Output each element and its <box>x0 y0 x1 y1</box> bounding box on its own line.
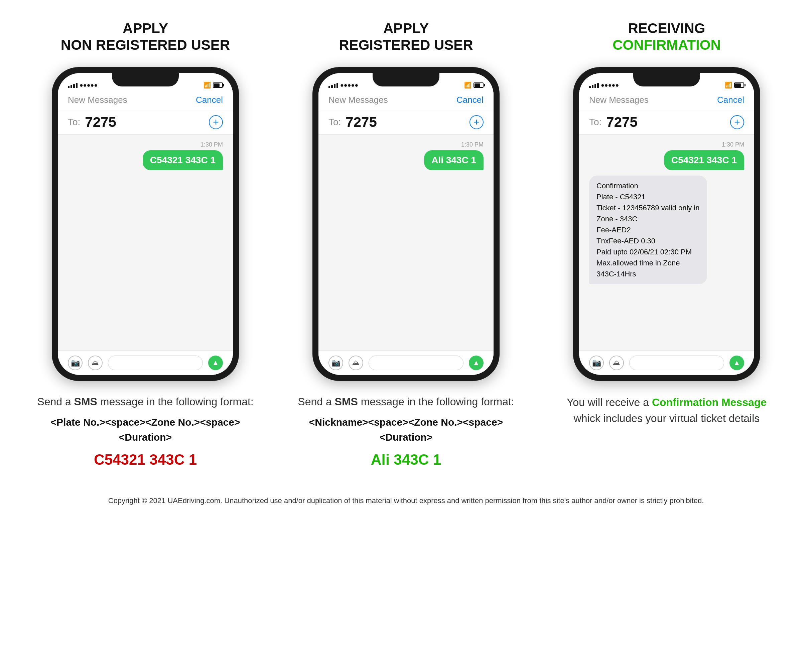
new-messages-label-3: New Messages <box>589 95 649 105</box>
footer-notice: Unauthorized use and/or duplication of t… <box>224 497 704 505</box>
phone-screen-confirmation: ●●●●● 📶 New Messages Cancel To: 7275 <box>579 73 754 375</box>
confirmation-green-label: CONFIRMATION <box>613 37 721 53</box>
below-phone-confirmation: You will receive a Confirmation Message … <box>553 394 780 426</box>
messages-header-3: New Messages Cancel <box>579 92 754 110</box>
statusbar-right-2: 📶 <box>464 81 484 89</box>
title-confirmation: RECEIVINGCONFIRMATION <box>613 20 721 54</box>
message-input[interactable] <box>108 356 203 370</box>
sms-bold-2: SMS <box>335 396 358 408</box>
phone-screen-non-registered: ●●●●● 📶 New Messages Cancel T <box>58 73 233 375</box>
camera-icon[interactable]: 📷 <box>68 356 83 370</box>
carrier-label-2: ●●●●● <box>340 82 358 89</box>
statusbar-left-3: ●●●●● <box>589 82 619 89</box>
camera-icon-3[interactable]: 📷 <box>589 356 604 370</box>
columns-container: APPLYNON REGISTERED USER <box>27 20 785 468</box>
title-non-registered: APPLYNON REGISTERED USER <box>61 20 230 54</box>
phone-notch-2 <box>372 73 440 87</box>
statusbar-right-3: 📶 <box>725 81 744 89</box>
wifi-icon-2: 📶 <box>464 81 472 89</box>
send-button-2[interactable]: ▲ <box>469 356 484 370</box>
format-text-2: <Nickname><space><Zone No.><space><Durat… <box>293 415 519 445</box>
format-text: <Plate No.><space><Zone No.><space><Dura… <box>32 415 259 445</box>
messages-bottom-bar-2: 📷 ⛰ ▲ <box>319 350 493 375</box>
to-label-3: To: <box>589 117 602 128</box>
to-label-2: To: <box>328 117 341 128</box>
messages-bottom-bar: 📷 ⛰ ▲ <box>58 350 233 375</box>
messages-body: 1:30 PM C54321 343C 1 <box>58 134 233 350</box>
new-messages-label-2: New Messages <box>328 95 388 105</box>
camera-icon-2[interactable]: 📷 <box>328 356 343 370</box>
phone-non-registered: ●●●●● 📶 New Messages Cancel T <box>52 67 239 381</box>
messages-header-2: New Messages Cancel <box>319 92 493 110</box>
sent-message-bubble-2: Ali 343C 1 <box>424 150 484 170</box>
main-content: APPLYNON REGISTERED USER <box>27 20 785 506</box>
wifi-icon: 📶 <box>204 81 211 89</box>
title-registered: APPLYREGISTERED USER <box>339 20 473 54</box>
add-recipient-button-2[interactable]: + <box>469 115 484 129</box>
statusbar-left-2: ●●●●● <box>328 82 358 89</box>
attachment-icon-3[interactable]: ⛰ <box>609 356 624 370</box>
signal-icon-2 <box>328 82 338 88</box>
instruction-text: Send a SMS message in the following form… <box>32 394 259 409</box>
battery-icon-2 <box>473 83 484 88</box>
to-field-3: To: 7275 + <box>579 110 754 134</box>
messages-header: New Messages Cancel <box>58 92 233 110</box>
below-phone-non-registered: Send a SMS message in the following form… <box>32 394 259 468</box>
new-messages-label: New Messages <box>68 95 127 105</box>
phone-notch-3 <box>633 73 700 87</box>
message-time-3: 1:30 PM <box>722 141 744 148</box>
messages-body-3: 1:30 PM C54321 343C 1 Confirmation Plate… <box>579 134 754 350</box>
to-field-2: To: 7275 + <box>319 110 493 134</box>
sms-bold: SMS <box>74 396 97 408</box>
cancel-button-2[interactable]: Cancel <box>457 95 484 105</box>
statusbar-right: 📶 <box>204 81 223 89</box>
recipient-number-2: 7275 <box>346 114 465 130</box>
to-field: To: 7275 + <box>58 110 233 134</box>
confirmation-description: You will receive a Confirmation Message … <box>553 394 780 426</box>
message-input-2[interactable] <box>369 356 463 370</box>
sent-message-bubble: C54321 343C 1 <box>143 150 223 170</box>
statusbar-left: ●●●●● <box>68 82 98 89</box>
signal-icon <box>68 82 78 88</box>
instruction-text-2: Send a SMS message in the following form… <box>293 394 519 409</box>
column-confirmation: RECEIVINGCONFIRMATION ●●●●● <box>553 20 780 426</box>
add-recipient-button-3[interactable]: + <box>730 115 744 129</box>
recipient-number: 7275 <box>85 114 204 130</box>
to-label: To: <box>68 117 80 128</box>
recipient-number-3: 7275 <box>606 114 725 130</box>
wifi-icon-3: 📶 <box>725 81 732 89</box>
message-time-2: 1:30 PM <box>461 141 484 148</box>
phone-confirmation: ●●●●● 📶 New Messages Cancel To: 7275 <box>573 67 760 381</box>
attachment-icon-2[interactable]: ⛰ <box>349 356 363 370</box>
cancel-button[interactable]: Cancel <box>196 95 223 105</box>
send-button[interactable]: ▲ <box>208 356 223 370</box>
column-non-registered: APPLYNON REGISTERED USER <box>32 20 259 468</box>
footer-copyright: Copyright © 2021 UAEdriving.com. <box>108 497 222 505</box>
message-input-3[interactable] <box>629 356 724 370</box>
cancel-button-3[interactable]: Cancel <box>717 95 744 105</box>
footer: Copyright © 2021 UAEdriving.com. Unautho… <box>108 495 704 506</box>
message-time: 1:30 PM <box>201 141 223 148</box>
example-text: C54321 343C 1 <box>32 451 259 468</box>
carrier-label: ●●●●● <box>80 82 98 89</box>
phone-registered: ●●●●● 📶 New Messages Cancel To: 7275 <box>313 67 499 381</box>
phone-screen-registered: ●●●●● 📶 New Messages Cancel To: 7275 <box>319 73 493 375</box>
messages-bottom-bar-3: 📷 ⛰ ▲ <box>579 350 754 375</box>
phone-notch <box>112 73 179 87</box>
attachment-icon[interactable]: ⛰ <box>88 356 103 370</box>
example-text-2: Ali 343C 1 <box>293 451 519 468</box>
battery-icon <box>213 83 223 88</box>
send-button-3[interactable]: ▲ <box>729 356 744 370</box>
signal-icon-3 <box>589 82 599 88</box>
confirmation-message-label: Confirmation Message <box>652 396 766 408</box>
battery-icon-3 <box>734 83 744 88</box>
carrier-label-3: ●●●●● <box>601 82 619 89</box>
column-registered: APPLYREGISTERED USER ●●●●● <box>293 20 519 468</box>
add-recipient-button[interactable]: + <box>209 115 223 129</box>
received-message-bubble: Confirmation Plate - C54321 Ticket - 123… <box>589 176 707 284</box>
sent-message-bubble-3: C54321 343C 1 <box>664 150 744 170</box>
messages-body-2: 1:30 PM Ali 343C 1 <box>319 134 493 350</box>
below-phone-registered: Send a SMS message in the following form… <box>293 394 519 468</box>
